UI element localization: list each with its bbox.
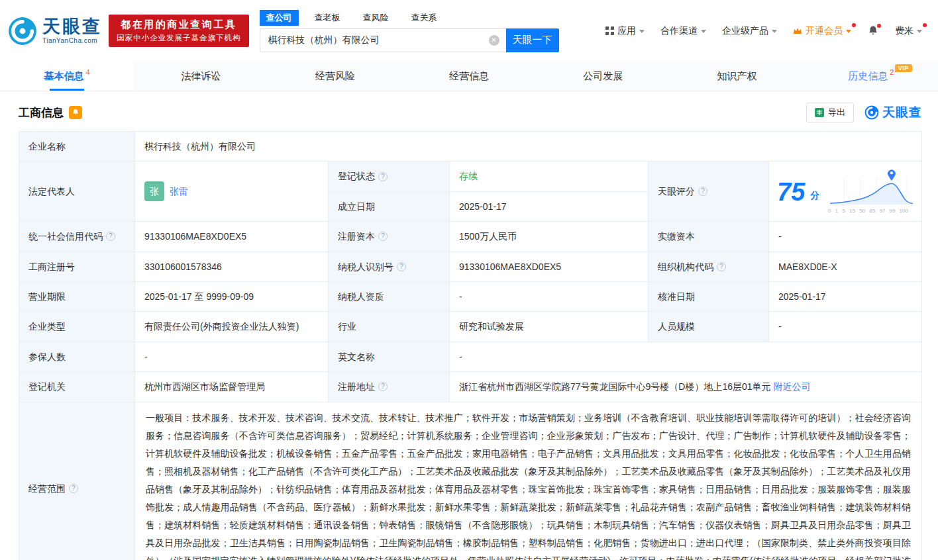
search-tab-boss[interactable]: 查老板 [308,10,347,26]
help-icon[interactable] [717,262,726,271]
tab-operation-risk-label: 经营风险 [315,70,355,83]
announcement-bell-icon[interactable] [69,106,82,119]
field-label-taxpayer-id: 纳税人识别号 [329,252,450,282]
tab-history-info-count: 2 [890,68,894,76]
search-tab-risk[interactable]: 查风险 [356,10,395,26]
field-label-reg-status: 登记状态 [329,162,450,191]
notification-dot [877,24,881,28]
field-value-industry: 研究和试验发展 [450,312,649,342]
search-tab-company[interactable]: 查公司 [260,10,299,26]
tab-basic-info[interactable]: 基本信息 4 [0,62,134,91]
chevron-down-icon [701,30,706,33]
tab-company-development-label: 公司发展 [583,70,623,83]
field-value-business-scope: 一般项目：技术服务、技术开发、技术咨询、技术交流、技术转让、技术推广；软件开发；… [135,402,922,560]
tab-operation-risk[interactable]: 经营风险 [268,62,402,91]
nav-apps[interactable]: 应用 [605,25,645,37]
nav-open-vip[interactable]: 开通会员 [793,25,851,37]
notification-dot [852,23,856,27]
nav-enterprise-label: 企业级产品 [722,25,768,37]
help-icon[interactable] [698,187,707,196]
search-tabs: 查公司 查老板 查风险 查关系 [260,10,559,26]
tab-history-info[interactable]: 历史信息 2 VIP [804,62,938,91]
slogan-line1: 都在用的商业查询工具 [117,19,241,31]
legal-rep-avatar[interactable]: 张 [144,181,164,201]
search-tab-relation[interactable]: 查关系 [405,10,444,26]
field-label-taxpayer-quality: 纳税人资质 [329,282,450,312]
score-unit: 分 [810,188,819,203]
chevron-down-icon [917,30,922,33]
nearby-companies-link[interactable]: 附近公司 [774,379,811,394]
field-value-paid-capital: - [769,222,922,252]
search-input[interactable] [260,28,506,52]
field-label-staff-size: 人员规模 [649,312,769,342]
help-icon[interactable] [397,262,406,271]
section-title: 工商信息 [19,105,64,120]
score-pin-icon [888,170,896,181]
field-value-legal-rep: 张 张雷 [135,162,329,222]
search-button[interactable]: 天眼一下 [506,28,559,52]
nav-user[interactable]: 费米 [895,25,922,37]
vip-tag: VIP [895,64,912,72]
score-axis-labels: 0 1 5 15 50 85 97 99 100 [827,207,916,216]
field-label-reg-capital: 注册资本 [329,222,450,252]
field-label-industry: 行业 [329,312,450,342]
crown-icon [793,27,802,35]
search-area: 查公司 查老板 查风险 查关系 天眼一下 [260,10,559,52]
clear-search-icon[interactable] [489,35,499,46]
logo-domain: TianYanCha.com [42,37,102,44]
field-label-approval-date: 核准日期 [649,282,769,312]
field-value-english-name: - [450,342,922,372]
field-label-business-term: 营业期限 [19,282,135,312]
business-info-table: 企业名称 棋行科技（杭州）有限公司 法定代表人 张 张雷 登记状态 存续 天眼评… [19,131,922,560]
field-label-company-type: 企业类型 [19,312,135,342]
tab-operation-info[interactable]: 经营信息 [402,62,536,91]
nav-enterprise[interactable]: 企业级产品 [722,25,777,37]
field-label-establish-date: 成立日期 [329,192,450,222]
field-value-reg-address: 浙江省杭州市西湖区学院路77号黄龙国际中心9号楼（D楼）地上16层01单元 附近… [450,372,922,402]
field-label-english-name: 英文名称 [329,342,450,372]
notification-dot [923,23,927,27]
brand-slogan-badge: 都在用的商业查询工具 国家中小企业发展子基金旗下机构 [109,15,249,47]
field-value-score: 75 分 0 1 5 15 50 85 97 99 100 [769,162,922,222]
field-value-company-name: 棋行科技（杭州）有限公司 [135,132,922,162]
chevron-down-icon [639,30,645,33]
field-value-approval-date: 2025-01-17 [769,282,922,312]
field-value-establish-date: 2025-01-17 [450,192,649,222]
help-icon[interactable] [106,232,115,241]
tab-legal-proceedings-label: 法律诉讼 [181,70,221,83]
status-badge: 存续 [459,169,478,183]
export-button[interactable]: 导出 [806,103,854,122]
tab-basic-info-count: 4 [86,68,90,76]
field-label-legal-rep: 法定代表人 [19,162,135,222]
chevron-down-icon [846,30,851,33]
field-value-staff-size: - [769,312,922,342]
field-value-reg-number: 330106001578346 [135,252,329,282]
slogan-line2: 国家中小企业发展子基金旗下机构 [117,33,241,43]
company-tabbar: 基本信息 4 法律诉讼 经营风险 经营信息 公司发展 知识产权 历史信息 2 V… [0,62,938,91]
site-logo[interactable]: 天眼查 TianYanCha.com [8,17,102,46]
tab-basic-info-label: 基本信息 [44,70,84,83]
tab-company-development[interactable]: 公司发展 [536,62,670,91]
tab-intellectual-property[interactable]: 知识产权 [670,62,804,91]
help-icon[interactable] [69,484,78,493]
help-icon[interactable] [378,382,388,391]
section-watermark-text: 天眼查 [882,104,922,121]
field-value-taxpayer-id: 91330106MAE8XD0EX5 [450,252,649,282]
section-header: 工商信息 导出 天眼查 [19,102,922,123]
tab-intellectual-property-label: 知识产权 [717,70,757,83]
tab-legal-proceedings[interactable]: 法律诉讼 [134,62,268,91]
help-icon[interactable] [378,232,388,241]
legal-rep-link[interactable]: 张雷 [170,184,188,199]
nav-notifications[interactable] [867,25,879,37]
top-nav: 应用 合作渠道 企业级产品 开通会员 费米 [605,25,922,37]
field-value-taxpayer-quality: - [450,282,649,312]
nav-partner[interactable]: 合作渠道 [660,25,706,37]
field-label-insured-count: 参保人数 [19,342,135,372]
export-button-label: 导出 [828,107,845,118]
tianyancha-logo-icon [864,105,879,120]
nav-open-vip-label: 开通会员 [806,25,843,37]
nav-apps-label: 应用 [617,25,636,37]
help-icon[interactable] [378,172,388,181]
field-label-credit-code: 统一社会信用代码 [19,222,135,252]
field-value-credit-code: 91330106MAE8XD0EX5 [135,222,329,252]
